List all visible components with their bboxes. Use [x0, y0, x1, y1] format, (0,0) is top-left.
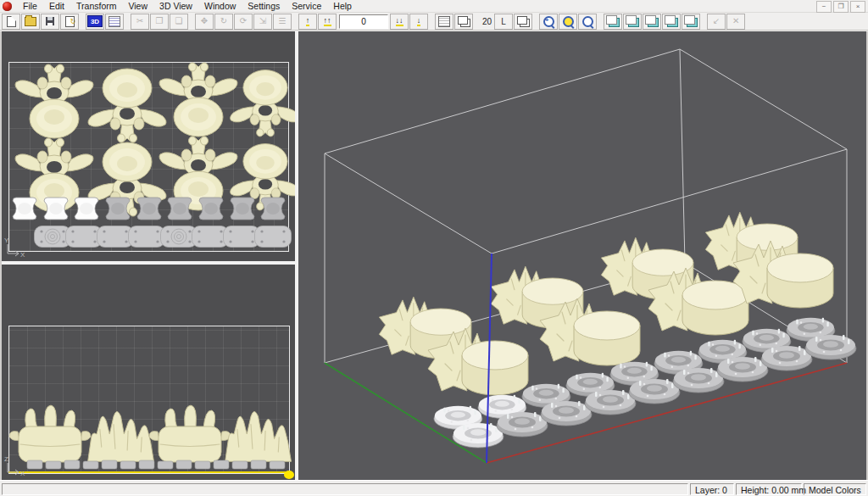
menu-edit[interactable]: Edit — [43, 0, 70, 12]
import-page-icon — [65, 16, 75, 27]
new-file-button[interactable] — [2, 14, 20, 30]
vertebra-models-top-view[interactable] — [15, 63, 295, 216]
transform-tool-group: ✥ ↻ ⟳ ⇲ ☰ — [195, 14, 292, 30]
move-icon: ✥ — [201, 17, 208, 25]
layer-mode-button[interactable]: L — [494, 14, 513, 30]
show-box-icon — [520, 19, 530, 27]
cut-button[interactable]: ✂ — [131, 14, 149, 30]
align-button[interactable]: ☰ — [273, 14, 292, 30]
vertebra-models-front-view[interactable] — [9, 405, 292, 462]
platform-box-button[interactable] — [454, 14, 473, 30]
save-button[interactable] — [41, 14, 59, 30]
layer-up-icon: ↑ — [306, 17, 310, 26]
svg-text:X: X — [20, 251, 25, 259]
show-box-button[interactable] — [514, 14, 532, 30]
layer-number-input[interactable]: 0 — [339, 14, 388, 29]
minimize-button[interactable]: − — [816, 1, 832, 13]
layer-down-fast-icon: ↓↓ — [396, 17, 403, 26]
svg-text:X: X — [20, 470, 25, 477]
svg-text:Z: Z — [4, 455, 8, 463]
layer-up-fast-icon: ↑↑ — [324, 17, 331, 26]
import-button[interactable] — [60, 14, 79, 30]
restore-button[interactable]: ❐ — [833, 1, 849, 13]
implant-models-top-view[interactable] — [13, 198, 292, 248]
view-tool-group: 3D — [86, 14, 125, 30]
open-file-button[interactable] — [21, 14, 40, 30]
view-left-button[interactable] — [643, 14, 661, 30]
status-height: Height: 0.00 mm — [736, 483, 802, 495]
view-front-icon — [609, 18, 620, 27]
open-folder-icon — [25, 17, 36, 26]
menu-bar: File Edit Transform View 3D View Window … — [0, 0, 868, 13]
layer-tool-group: ↑ ↑↑ 0 ↓↓ ↓ — [298, 14, 429, 30]
layer-down-fast-button[interactable]: ↓↓ — [390, 14, 409, 30]
zoom-in-icon: + — [543, 16, 554, 27]
menu-window[interactable]: Window — [198, 0, 242, 12]
view-right-icon — [667, 18, 678, 27]
layer-down-icon: ↓ — [417, 17, 421, 26]
arrange-icon: ↙ — [713, 17, 720, 25]
main-3d-scene — [298, 31, 866, 480]
layer-up-button[interactable]: ↑ — [298, 14, 317, 30]
rotate-copy-button[interactable]: ⟳ — [234, 14, 253, 30]
xz-axis-indicator: Z X — [3, 454, 31, 479]
part-list-button[interactable] — [105, 14, 124, 30]
clipboard-tool-group: ✂ ❐ ❏ — [131, 14, 189, 30]
top-view-scene — [2, 31, 295, 261]
view-iso-button[interactable] — [682, 14, 700, 30]
x-axis-line — [487, 363, 847, 463]
standard-views-group — [604, 14, 701, 30]
viewport-front-view[interactable]: Z X — [2, 265, 295, 480]
app-logo-icon — [3, 2, 12, 11]
viewport-top-view[interactable]: Y X — [2, 31, 295, 261]
view-front-button[interactable] — [604, 14, 622, 30]
paste-button[interactable]: ❏ — [170, 14, 188, 30]
rotate-copy-icon: ⟳ — [240, 17, 247, 25]
close-button[interactable]: × — [850, 1, 865, 13]
support-tool-group: ↙ ✕ — [707, 14, 746, 30]
view-right-button[interactable] — [662, 14, 681, 30]
remove-support-button[interactable]: ✕ — [726, 14, 745, 30]
toolbar: 3D ✂ ❐ ❏ ✥ ↻ ⟳ ⇲ ☰ ↑ ↑↑ 0 ↓↓ ↓ 20 L — [0, 13, 868, 31]
xy-axis-indicator: Y X — [3, 235, 31, 260]
menu-file[interactable]: File — [17, 0, 43, 12]
implant-models-front-view[interactable] — [27, 460, 285, 469]
slice-tool-group — [435, 14, 474, 30]
menu-settings[interactable]: Settings — [242, 0, 286, 12]
view-back-icon — [628, 18, 639, 27]
slice-table-button[interactable] — [435, 14, 453, 30]
rotate-icon: ↻ — [220, 17, 227, 25]
zoom-in-button[interactable]: + — [539, 14, 558, 30]
zoom-tool-group: + — [539, 14, 598, 30]
svg-text:Y: Y — [4, 237, 9, 244]
zoom-window-button[interactable] — [559, 14, 577, 30]
work-area: Y X — [0, 31, 868, 480]
view-back-button[interactable] — [623, 14, 642, 30]
part-list-icon — [108, 16, 120, 27]
menu-view[interactable]: View — [122, 0, 153, 12]
front-view-scene — [2, 265, 295, 480]
view-3d-button[interactable]: 3D — [86, 14, 104, 30]
platform-box-icon — [460, 19, 470, 27]
scale-icon: ⇲ — [259, 17, 266, 25]
menu-3d-view[interactable]: 3D View — [153, 0, 198, 12]
rotate-button[interactable]: ↻ — [214, 14, 233, 30]
zoom-all-button[interactable] — [578, 14, 597, 30]
menu-service[interactable]: Service — [286, 0, 327, 12]
file-tool-group — [2, 14, 80, 30]
layer-up-fast-button[interactable]: ↑↑ — [318, 14, 337, 30]
arrange-button[interactable]: ↙ — [707, 14, 726, 30]
layer-down-button[interactable]: ↓ — [409, 14, 428, 30]
copy-button[interactable]: ❐ — [150, 14, 169, 30]
scale-button[interactable]: ⇲ — [253, 14, 272, 30]
application-window: File Edit Transform View 3D View Window … — [0, 0, 868, 496]
view-left-icon — [648, 18, 659, 27]
move-button[interactable]: ✥ — [195, 14, 214, 30]
new-file-icon — [7, 16, 16, 27]
viewport-3d-main[interactable] — [298, 31, 866, 480]
slice-table-icon — [438, 16, 450, 27]
status-model-colors[interactable]: Model Colors — [804, 483, 866, 495]
menu-help[interactable]: Help — [327, 0, 358, 12]
menu-transform[interactable]: Transform — [70, 0, 122, 12]
layer-slider-handle[interactable] — [284, 471, 294, 479]
